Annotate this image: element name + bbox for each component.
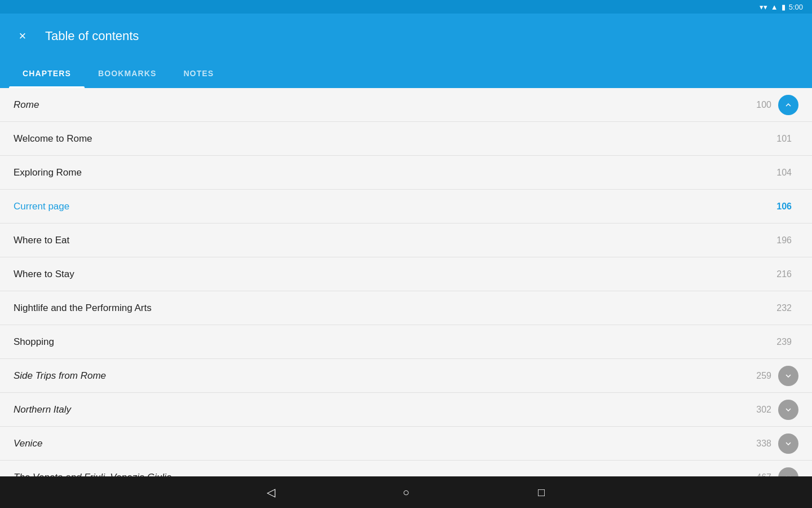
tab-bookmarks[interactable]: BOOKMARKS: [85, 59, 170, 88]
tab-notes[interactable]: NOTES: [170, 59, 227, 88]
status-bar: ▾▾ ▲ ▮ 5:00: [0, 0, 812, 14]
wifi-icon: ▾▾: [760, 3, 767, 11]
expand-button[interactable]: [778, 366, 798, 386]
expand-button[interactable]: [778, 433, 798, 454]
chapter-page: 302: [743, 405, 771, 415]
chapter-title: Exploring Rome: [14, 167, 764, 178]
chapter-page: 259: [743, 371, 771, 381]
toolbar-title: Table of contents: [45, 29, 139, 43]
chapter-page: 216: [764, 269, 792, 279]
chapters-list: Rome100Welcome to Rome101Exploring Rome1…: [0, 88, 812, 476]
chapter-title: Where to Stay: [14, 269, 764, 280]
chapter-title: The Veneto and Friuli–Venezia Giulia: [14, 472, 743, 477]
list-item[interactable]: Shopping239: [0, 325, 812, 359]
chapter-page: 338: [743, 439, 771, 449]
list-item[interactable]: Where to Stay216: [0, 257, 812, 291]
battery-icon: ▮: [782, 3, 785, 11]
expand-button[interactable]: [778, 400, 798, 420]
list-item[interactable]: Rome100: [0, 88, 812, 122]
home-button[interactable]: ○: [395, 481, 417, 503]
list-item[interactable]: Where to Eat196: [0, 224, 812, 257]
tab-chapters[interactable]: CHAPTERS: [9, 59, 85, 88]
list-item[interactable]: Welcome to Rome101: [0, 122, 812, 156]
collapse-button[interactable]: [778, 95, 798, 115]
chapter-page: 106: [764, 202, 792, 212]
chapter-page: 104: [764, 168, 792, 178]
chapter-title: Current page: [14, 201, 764, 212]
recents-button[interactable]: □: [530, 481, 553, 503]
list-item[interactable]: Current page106: [0, 190, 812, 224]
list-item[interactable]: Northern Italy302: [0, 393, 812, 427]
close-button[interactable]: ×: [14, 27, 32, 45]
chapter-page: 467: [743, 472, 771, 477]
list-item[interactable]: The Veneto and Friuli–Venezia Giulia467: [0, 461, 812, 476]
back-button[interactable]: ◁: [259, 481, 282, 503]
signal-icon: ▲: [771, 3, 778, 11]
tabs-bar: CHAPTERS BOOKMARKS NOTES: [0, 59, 812, 88]
status-icons: ▾▾ ▲ ▮ 5:00: [760, 3, 803, 11]
chapter-title: Nightlife and the Performing Arts: [14, 303, 764, 314]
list-item[interactable]: Side Trips from Rome259: [0, 359, 812, 393]
chapter-title: Shopping: [14, 336, 764, 348]
nav-bar: ◁ ○ □: [0, 476, 812, 508]
chapter-page: 101: [764, 134, 792, 144]
chapter-page: 239: [764, 337, 792, 347]
chapter-page: 100: [743, 100, 771, 110]
chapter-title: Where to Eat: [14, 235, 764, 246]
chapter-title: Side Trips from Rome: [14, 370, 743, 382]
chapter-page: 232: [764, 303, 792, 313]
chapter-title: Rome: [14, 99, 743, 111]
list-item[interactable]: Exploring Rome104: [0, 156, 812, 190]
list-item[interactable]: Nightlife and the Performing Arts232: [0, 291, 812, 325]
chapter-title: Venice: [14, 438, 743, 449]
list-item[interactable]: Venice338: [0, 427, 812, 461]
chapter-title: Northern Italy: [14, 404, 743, 415]
chapter-title: Welcome to Rome: [14, 133, 764, 144]
toolbar: × Table of contents: [0, 14, 812, 59]
status-time: 5:00: [789, 3, 803, 11]
expand-button[interactable]: [778, 467, 798, 477]
chapter-page: 196: [764, 235, 792, 246]
